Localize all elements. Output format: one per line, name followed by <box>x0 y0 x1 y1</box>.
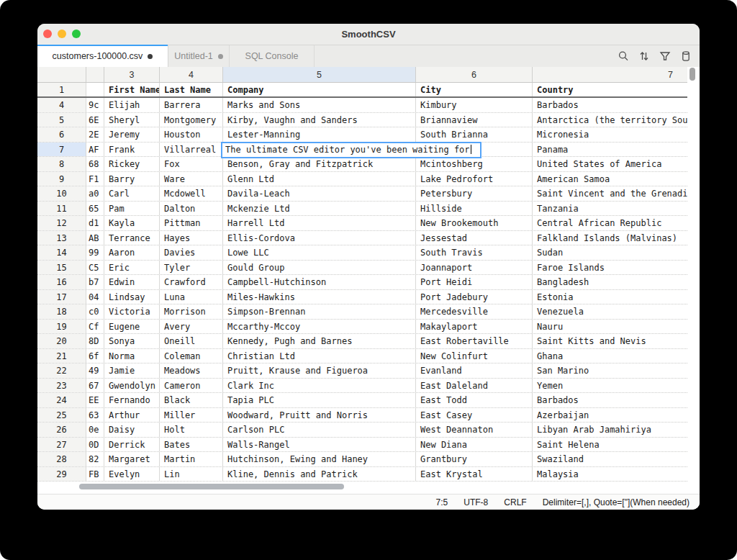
cell-city[interactable]: West Deannaton <box>416 423 533 437</box>
cell-first-name[interactable]: Carl <box>104 186 160 201</box>
cell-country[interactable]: Saint Kitts and Nevis <box>533 334 687 348</box>
cell-city[interactable]: New Colinfurt <box>416 349 533 363</box>
cell-country[interactable]: Tanzania <box>533 202 687 216</box>
tab-untitled-1[interactable]: Untitled-1 <box>168 45 230 67</box>
cell-country[interactable]: Venezuela <box>533 304 687 319</box>
cell-last-name[interactable]: Mcdowell <box>160 186 223 201</box>
cell-city[interactable]: Makaylaport <box>416 320 533 334</box>
cell-country[interactable]: Antarctica (the territory Sou <box>533 113 687 127</box>
cell-country[interactable]: Swaziland <box>533 452 687 466</box>
cell-company[interactable]: Christian Ltd <box>223 349 416 363</box>
cell-first-name[interactable]: Barry <box>104 172 160 186</box>
cell-city-header[interactable]: City <box>416 83 533 96</box>
cell-last-name[interactable]: Montgomery <box>160 113 223 127</box>
cell-country[interactable]: Nauru <box>533 320 687 334</box>
cell-company[interactable]: Mccarthy-Mccoy <box>223 320 416 334</box>
cell-first-name[interactable]: Victoria <box>104 304 160 319</box>
cell-company[interactable]: Kirby, Vaughn and Sanders <box>223 113 416 127</box>
cell-customer-id[interactable]: EE <box>86 393 104 407</box>
cell-first-name[interactable]: Eugene <box>104 320 160 334</box>
cell-customer-id[interactable]: FB <box>86 467 104 482</box>
row-number[interactable]: 4 <box>37 98 86 112</box>
horizontal-scrollbar-thumb[interactable] <box>79 484 344 489</box>
tab-customers-csv[interactable]: customers-100000.csv <box>37 45 168 67</box>
cell-city[interactable]: Petersbury <box>416 186 533 201</box>
cell-customer-id[interactable]: Cf <box>86 320 104 334</box>
column-header-5[interactable]: 5 <box>223 67 416 82</box>
row-number[interactable]: 17 <box>37 290 86 304</box>
cell-last-name[interactable]: Pittman <box>160 216 223 230</box>
cell-company[interactable]: Simpson-Brennan <box>223 304 416 319</box>
cell-country[interactable]: Central African Republic <box>533 216 687 230</box>
cell-city[interactable]: South Travis <box>416 245 533 260</box>
cell-city[interactable]: Grantbury <box>416 452 533 466</box>
cell-customer-id[interactable]: 9c <box>86 98 104 112</box>
cell-customer-id[interactable]: AB <box>86 231 104 245</box>
row-number[interactable]: 22 <box>37 363 86 378</box>
cell-country[interactable]: Sudan <box>533 245 687 260</box>
cell-customer-id[interactable]: 99 <box>86 245 104 260</box>
cell-first-name[interactable]: Terrance <box>104 231 160 245</box>
cell-country[interactable]: Bangladesh <box>533 275 687 289</box>
cell-first-name[interactable]: Pam <box>104 202 160 216</box>
cell-last-name[interactable]: Oneill <box>160 334 223 348</box>
cell-customer-id[interactable]: 8D <box>86 334 104 348</box>
cell-first-name[interactable]: Frank <box>104 143 160 157</box>
cell-city[interactable]: Mcintoshberg <box>416 157 533 171</box>
row-number[interactable]: 14 <box>37 245 86 260</box>
cell-first-name[interactable]: Margaret <box>104 452 160 466</box>
cell-country[interactable]: Malaysia <box>533 467 687 482</box>
select-all-corner[interactable] <box>37 67 86 82</box>
cell-last-name[interactable]: Miller <box>160 408 223 423</box>
cell-customer-id[interactable]: 04 <box>86 290 104 304</box>
row-number[interactable]: 16 <box>37 275 86 289</box>
row-number[interactable]: 26 <box>37 423 86 437</box>
cell-city[interactable]: Lake Pedrofort <box>416 172 533 186</box>
row-number[interactable]: 24 <box>37 393 86 407</box>
row-number[interactable]: 23 <box>37 379 86 393</box>
cell-company[interactable]: Mckenzie Ltd <box>223 202 416 216</box>
column-header-6[interactable]: 6 <box>416 67 533 82</box>
filter-icon[interactable] <box>659 50 671 63</box>
cell-last-name[interactable]: Black <box>160 393 223 407</box>
cell-company[interactable]: Lowe LLC <box>223 245 416 260</box>
cell-country[interactable]: Micronesia <box>533 127 687 142</box>
cell-country[interactable]: San Marino <box>533 363 687 378</box>
cell-first-name[interactable]: Rickey <box>104 157 160 171</box>
cell-customer-id[interactable]: 65 <box>86 202 104 216</box>
column-header-7[interactable]: 7 <box>533 67 687 82</box>
row-number[interactable]: 25 <box>37 408 86 423</box>
cell-company[interactable]: Campbell-Hutchinson <box>223 275 416 289</box>
cell-company[interactable]: Benson, Gray and Fitzpatrick <box>223 157 416 171</box>
cell-first-name[interactable]: Aaron <box>104 245 160 260</box>
cell-last-name[interactable]: Meadows <box>160 363 223 378</box>
cell-city[interactable]: Port Heidi <box>416 275 533 289</box>
cell-customer-id[interactable]: a0 <box>86 186 104 201</box>
row-number[interactable]: 28 <box>37 452 86 466</box>
column-header-4[interactable]: 4 <box>160 67 223 82</box>
cell-last-name[interactable]: Fox <box>160 157 223 171</box>
row-number[interactable]: 20 <box>37 334 86 348</box>
cell-city[interactable]: New Brookemouth <box>416 216 533 230</box>
cell-city[interactable]: Hillside <box>416 202 533 216</box>
cell-customer-id[interactable]: 2E <box>86 127 104 142</box>
cell-last-name-header[interactable]: Last Name <box>160 83 223 96</box>
cell-company[interactable]: Lester-Manning <box>223 127 416 142</box>
cell-last-name[interactable]: Holt <box>160 423 223 437</box>
row-number[interactable]: 5 <box>37 113 86 127</box>
cell-city[interactable]: South Brianna <box>416 127 533 142</box>
cell-city[interactable]: Evanland <box>416 363 533 378</box>
cell-company[interactable]: Carlson PLC <box>223 423 416 437</box>
cell-country[interactable]: Barbados <box>533 393 687 407</box>
cell-country[interactable]: Saint Vincent and the Grenadi <box>533 186 687 201</box>
row-number[interactable]: 29 <box>37 467 86 482</box>
cell-company[interactable]: Glenn Ltd <box>223 172 416 186</box>
cell-first-name[interactable]: Eric <box>104 261 160 275</box>
cell-country[interactable]: Panama <box>533 143 687 157</box>
cell-customer-id[interactable]: AF <box>86 143 104 157</box>
search-icon[interactable] <box>617 50 629 63</box>
cell-city[interactable]: New Diana <box>416 438 533 452</box>
cell-last-name[interactable]: Houston <box>160 127 223 142</box>
row-number[interactable]: 27 <box>37 438 86 452</box>
cell-first-name[interactable]: Gwendolyn <box>104 379 160 393</box>
